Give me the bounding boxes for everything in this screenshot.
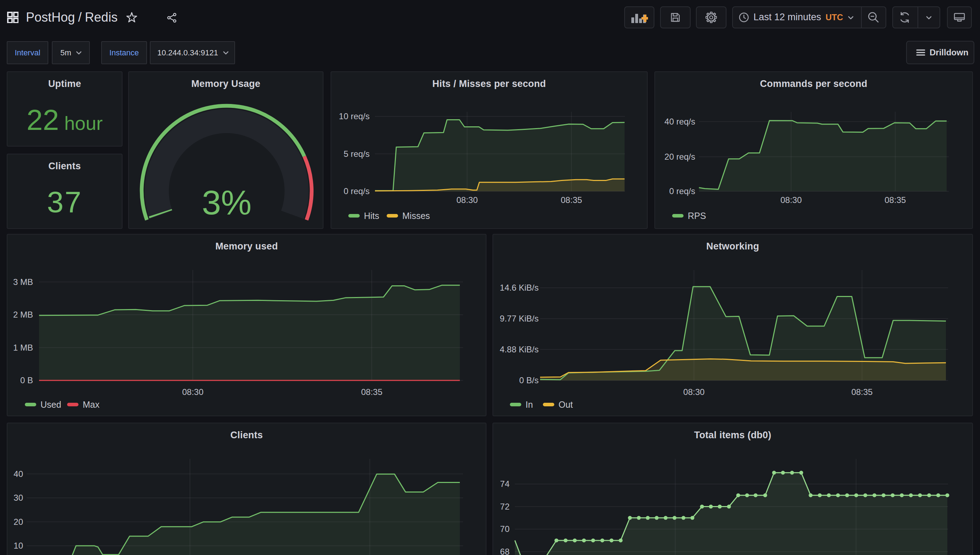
svg-text:Used: Used — [40, 399, 61, 409]
svg-text:2 MB: 2 MB — [13, 310, 33, 319]
svg-text:0 B/s: 0 B/s — [519, 375, 539, 385]
svg-text:20 req/s: 20 req/s — [664, 152, 695, 162]
svg-text:08:30: 08:30 — [683, 387, 704, 397]
svg-text:4.88 KiB/s: 4.88 KiB/s — [500, 345, 539, 354]
svg-text:08:35: 08:35 — [885, 195, 906, 205]
svg-text:20: 20 — [13, 517, 23, 527]
svg-text:40: 40 — [13, 469, 23, 479]
svg-text:68: 68 — [500, 547, 509, 555]
svg-text:08:30: 08:30 — [182, 387, 204, 397]
svg-text:5 req/s: 5 req/s — [344, 149, 370, 159]
svg-text:Out: Out — [559, 399, 573, 409]
svg-text:08:35: 08:35 — [561, 195, 582, 205]
svg-text:10: 10 — [13, 541, 23, 550]
svg-text:08:35: 08:35 — [851, 387, 873, 397]
svg-text:0 req/s: 0 req/s — [344, 186, 370, 196]
svg-text:3%: 3% — [202, 183, 251, 222]
svg-text:14.6 KiB/s: 14.6 KiB/s — [500, 283, 539, 292]
svg-text:72: 72 — [500, 502, 509, 511]
svg-text:Misses: Misses — [402, 211, 430, 221]
svg-text:RPS: RPS — [688, 211, 706, 221]
svg-text:08:35: 08:35 — [361, 387, 382, 397]
svg-text:74: 74 — [500, 479, 509, 489]
svg-text:30: 30 — [13, 493, 23, 502]
svg-text:40 req/s: 40 req/s — [664, 117, 695, 126]
svg-text:70: 70 — [500, 524, 509, 534]
svg-text:08:30: 08:30 — [456, 195, 477, 205]
svg-text:9.77 KiB/s: 9.77 KiB/s — [500, 314, 539, 323]
svg-text:10 req/s: 10 req/s — [339, 111, 370, 121]
svg-text:08:30: 08:30 — [781, 195, 802, 205]
svg-text:In: In — [525, 399, 533, 409]
svg-text:3 MB: 3 MB — [13, 277, 33, 287]
svg-text:0 req/s: 0 req/s — [669, 186, 695, 196]
svg-text:Hits: Hits — [364, 211, 379, 221]
svg-text:0 B: 0 B — [20, 375, 33, 385]
svg-text:Max: Max — [83, 399, 100, 409]
svg-text:1 MB: 1 MB — [13, 343, 33, 352]
